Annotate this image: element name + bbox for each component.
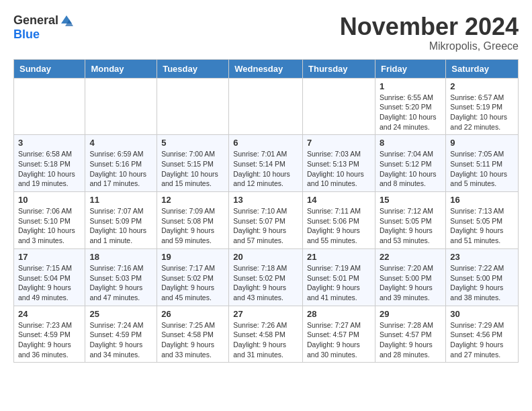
calendar-cell: 23Sunrise: 7:22 AM Sunset: 5:00 PM Dayli…	[446, 248, 519, 306]
day-info: Sunrise: 7:11 AM Sunset: 5:06 PM Dayligh…	[307, 206, 371, 246]
day-info: Sunrise: 7:06 AM Sunset: 5:10 PM Dayligh…	[18, 206, 81, 246]
logo-general-text: General	[13, 13, 58, 28]
calendar-cell: 17Sunrise: 7:15 AM Sunset: 5:04 PM Dayli…	[14, 248, 85, 306]
calendar-cell: 12Sunrise: 7:09 AM Sunset: 5:08 PM Dayli…	[157, 192, 229, 249]
weekday-header-thursday: Thursday	[303, 59, 375, 78]
day-info: Sunrise: 7:13 AM Sunset: 5:05 PM Dayligh…	[450, 206, 514, 246]
calendar-cell	[85, 78, 157, 135]
day-info: Sunrise: 7:19 AM Sunset: 5:01 PM Dayligh…	[307, 263, 371, 303]
calendar-cell: 26Sunrise: 7:25 AM Sunset: 4:58 PM Dayli…	[157, 306, 229, 363]
day-number: 11	[89, 195, 152, 205]
day-info: Sunrise: 7:27 AM Sunset: 4:57 PM Dayligh…	[307, 320, 371, 360]
day-info: Sunrise: 7:07 AM Sunset: 5:09 PM Dayligh…	[89, 206, 152, 246]
day-number: 25	[89, 309, 152, 319]
weekday-header-tuesday: Tuesday	[157, 59, 229, 78]
calendar-week-row: 3Sunrise: 6:58 AM Sunset: 5:18 PM Daylig…	[14, 135, 519, 192]
day-info: Sunrise: 7:22 AM Sunset: 5:00 PM Dayligh…	[450, 263, 514, 303]
day-number: 7	[307, 138, 371, 148]
logo-icon	[60, 14, 73, 28]
calendar-cell: 20Sunrise: 7:18 AM Sunset: 5:02 PM Dayli…	[229, 248, 303, 306]
day-number: 6	[233, 138, 298, 148]
day-info: Sunrise: 7:10 AM Sunset: 5:07 PM Dayligh…	[233, 206, 298, 246]
calendar-cell: 7Sunrise: 7:03 AM Sunset: 5:13 PM Daylig…	[303, 135, 375, 192]
day-number: 16	[450, 195, 514, 205]
day-number: 26	[161, 309, 224, 319]
calendar-cell: 16Sunrise: 7:13 AM Sunset: 5:05 PM Dayli…	[446, 192, 519, 249]
calendar-week-row: 24Sunrise: 7:23 AM Sunset: 4:59 PM Dayli…	[14, 306, 519, 363]
day-number: 29	[380, 309, 441, 319]
day-info: Sunrise: 7:00 AM Sunset: 5:15 PM Dayligh…	[161, 149, 224, 189]
day-number: 17	[18, 252, 81, 262]
month-title: November 2024	[340, 13, 519, 40]
day-info: Sunrise: 7:04 AM Sunset: 5:12 PM Dayligh…	[380, 149, 441, 189]
day-info: Sunrise: 7:20 AM Sunset: 5:00 PM Dayligh…	[380, 263, 441, 303]
day-info: Sunrise: 7:05 AM Sunset: 5:11 PM Dayligh…	[450, 149, 514, 189]
calendar-cell: 2Sunrise: 6:57 AM Sunset: 5:19 PM Daylig…	[446, 78, 519, 135]
day-info: Sunrise: 7:09 AM Sunset: 5:08 PM Dayligh…	[161, 206, 224, 246]
calendar-cell: 21Sunrise: 7:19 AM Sunset: 5:01 PM Dayli…	[303, 248, 375, 306]
day-info: Sunrise: 7:23 AM Sunset: 4:59 PM Dayligh…	[18, 320, 81, 360]
calendar-cell	[14, 78, 85, 135]
calendar-cell: 3Sunrise: 6:58 AM Sunset: 5:18 PM Daylig…	[14, 135, 85, 192]
day-number: 23	[450, 252, 514, 262]
day-info: Sunrise: 6:58 AM Sunset: 5:18 PM Dayligh…	[18, 149, 81, 189]
day-info: Sunrise: 7:26 AM Sunset: 4:58 PM Dayligh…	[233, 320, 298, 360]
calendar-cell: 1Sunrise: 6:55 AM Sunset: 5:20 PM Daylig…	[375, 78, 445, 135]
weekday-header-sunday: Sunday	[14, 59, 85, 78]
calendar-cell: 18Sunrise: 7:16 AM Sunset: 5:03 PM Dayli…	[85, 248, 157, 306]
calendar-cell	[303, 78, 375, 135]
day-number: 4	[89, 138, 152, 148]
calendar-cell: 27Sunrise: 7:26 AM Sunset: 4:58 PM Dayli…	[229, 306, 303, 363]
calendar-cell: 22Sunrise: 7:20 AM Sunset: 5:00 PM Dayli…	[375, 248, 445, 306]
calendar-cell: 15Sunrise: 7:12 AM Sunset: 5:05 PM Dayli…	[375, 192, 445, 249]
day-info: Sunrise: 7:28 AM Sunset: 4:57 PM Dayligh…	[380, 320, 441, 360]
day-number: 30	[450, 309, 514, 319]
day-info: Sunrise: 7:15 AM Sunset: 5:04 PM Dayligh…	[18, 263, 81, 303]
calendar-cell: 4Sunrise: 6:59 AM Sunset: 5:16 PM Daylig…	[85, 135, 157, 192]
calendar-cell: 28Sunrise: 7:27 AM Sunset: 4:57 PM Dayli…	[303, 306, 375, 363]
day-info: Sunrise: 7:29 AM Sunset: 4:56 PM Dayligh…	[450, 320, 514, 360]
day-number: 5	[161, 138, 224, 148]
day-number: 8	[380, 138, 441, 148]
day-info: Sunrise: 7:25 AM Sunset: 4:58 PM Dayligh…	[161, 320, 224, 360]
day-info: Sunrise: 7:17 AM Sunset: 5:02 PM Dayligh…	[161, 263, 224, 303]
calendar-week-row: 17Sunrise: 7:15 AM Sunset: 5:04 PM Dayli…	[14, 248, 519, 306]
day-number: 3	[18, 138, 81, 148]
logo-blue-text: Blue	[13, 28, 40, 42]
calendar-cell: 30Sunrise: 7:29 AM Sunset: 4:56 PM Dayli…	[446, 306, 519, 363]
calendar-cell: 13Sunrise: 7:10 AM Sunset: 5:07 PM Dayli…	[229, 192, 303, 249]
day-number: 24	[18, 309, 81, 319]
calendar-week-row: 1Sunrise: 6:55 AM Sunset: 5:20 PM Daylig…	[14, 78, 519, 135]
calendar-cell: 11Sunrise: 7:07 AM Sunset: 5:09 PM Dayli…	[85, 192, 157, 249]
day-info: Sunrise: 7:16 AM Sunset: 5:03 PM Dayligh…	[89, 263, 152, 303]
calendar-cell: 8Sunrise: 7:04 AM Sunset: 5:12 PM Daylig…	[375, 135, 445, 192]
day-info: Sunrise: 6:57 AM Sunset: 5:19 PM Dayligh…	[450, 93, 514, 132]
weekday-header-wednesday: Wednesday	[229, 59, 303, 78]
title-section: November 2024 Mikropolis, Greece	[340, 13, 519, 52]
day-number: 27	[233, 309, 298, 319]
day-number: 15	[380, 195, 441, 205]
day-number: 10	[18, 195, 81, 205]
day-number: 18	[89, 252, 152, 262]
calendar-cell: 19Sunrise: 7:17 AM Sunset: 5:02 PM Dayli…	[157, 248, 229, 306]
calendar-cell: 9Sunrise: 7:05 AM Sunset: 5:11 PM Daylig…	[446, 135, 519, 192]
location-text: Mikropolis, Greece	[340, 40, 519, 52]
weekday-header-friday: Friday	[375, 59, 445, 78]
day-number: 9	[450, 138, 514, 148]
calendar-table: SundayMondayTuesdayWednesdayThursdayFrid…	[13, 59, 519, 363]
day-number: 28	[307, 309, 371, 319]
day-info: Sunrise: 7:01 AM Sunset: 5:14 PM Dayligh…	[233, 149, 298, 189]
day-number: 22	[380, 252, 441, 262]
calendar-cell: 10Sunrise: 7:06 AM Sunset: 5:10 PM Dayli…	[14, 192, 85, 249]
page-header: General Blue November 2024 Mikropolis, G…	[13, 13, 519, 52]
day-number: 12	[161, 195, 224, 205]
day-number: 2	[450, 81, 514, 91]
calendar-cell	[157, 78, 229, 135]
calendar-cell	[229, 78, 303, 135]
calendar-cell: 5Sunrise: 7:00 AM Sunset: 5:15 PM Daylig…	[157, 135, 229, 192]
day-info: Sunrise: 6:59 AM Sunset: 5:16 PM Dayligh…	[89, 149, 152, 189]
calendar-week-row: 10Sunrise: 7:06 AM Sunset: 5:10 PM Dayli…	[14, 192, 519, 249]
weekday-header-saturday: Saturday	[446, 59, 519, 78]
day-number: 13	[233, 195, 298, 205]
calendar-cell: 6Sunrise: 7:01 AM Sunset: 5:14 PM Daylig…	[229, 135, 303, 192]
